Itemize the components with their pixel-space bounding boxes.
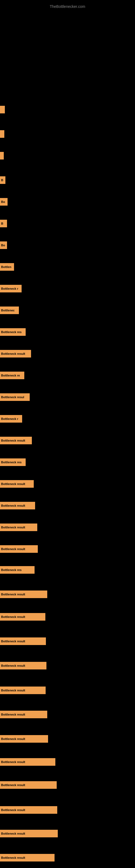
bar-label: Bottleneck result: [1, 482, 25, 486]
bar-label: Bottleneck result: [1, 547, 25, 551]
bar-item: Bottleneck result: [0, 758, 55, 766]
bar-item: Bottleneck result: [0, 638, 46, 645]
bar-item: Bottleneck result: [0, 437, 32, 444]
site-title: TheBottlenecker.com: [0, 2, 135, 11]
bar-label: Bottleneck result: [1, 689, 25, 692]
bar-label: Bottleneck res: [1, 330, 21, 334]
bar-label: Bottleneck result: [1, 352, 25, 355]
bar-label: Bottleneck result: [1, 504, 25, 507]
bar-label: Bottleneck result: [1, 526, 25, 529]
bar-item: Bottlen: [0, 263, 14, 271]
bar-label: B: [1, 222, 3, 225]
bar-item: Bottleneck res: [0, 566, 35, 574]
bar-item: Bottleneck result: [0, 781, 57, 789]
bar-item: Bottleneck result: [0, 480, 34, 488]
bar-label: Bottleneck res: [1, 568, 21, 571]
bar-item: Bottleneck result: [0, 806, 57, 814]
bar-item: B: [0, 220, 7, 227]
bar-item: Bo: [0, 241, 7, 249]
bar-item: Bottleneck result: [0, 662, 46, 670]
bar-item: Bottleneck result: [0, 545, 38, 553]
bar-label: Bottleneck result: [1, 615, 25, 618]
bar-item: [0, 152, 4, 159]
bar-label: Bottleneck r: [1, 287, 18, 290]
bar-item: Bottlenec: [0, 307, 19, 314]
bar-item: Bottleneck res: [0, 328, 26, 336]
bar-item: Bo: [0, 198, 8, 206]
bar-item: Bottleneck resul: [0, 393, 30, 401]
bar-label: Bo: [1, 200, 5, 204]
bar-item: Bottleneck r: [0, 415, 22, 423]
bar-label: Bottleneck result: [1, 737, 25, 741]
bar-item: Bottleneck res: [0, 458, 26, 466]
bar-item: Bottleneck result: [0, 830, 58, 837]
bar-item: Bottleneck result: [0, 854, 54, 862]
bar-item: Bottleneck r: [0, 285, 21, 292]
bar-item: Bottleneck result: [0, 711, 47, 718]
bar-label: Bottlenec: [1, 309, 14, 312]
bar-label: Bottleneck result: [1, 808, 25, 812]
bar-item: [0, 106, 5, 113]
bar-label: Bottlen: [1, 265, 11, 269]
bar-item: Bottleneck result: [0, 350, 31, 358]
bar-item: Bottleneck result: [0, 524, 37, 531]
bar-label: Bottleneck result: [1, 760, 25, 764]
bar-item: B: [0, 176, 5, 184]
bar-label: Bottleneck res: [1, 461, 21, 464]
bar-label: Bottleneck result: [1, 439, 25, 442]
bar-label: Bottleneck resul: [1, 396, 24, 399]
bar-item: [0, 130, 4, 138]
bar-item: Bottleneck result: [0, 735, 48, 743]
bar-label: Bottleneck result: [1, 593, 25, 596]
bar-label: Bo: [1, 244, 5, 247]
bar-label: Bottleneck result: [1, 640, 25, 643]
bar-item: Bottleneck result: [0, 590, 47, 598]
bar-label: Bottleneck result: [1, 713, 25, 716]
bar-label: Bottleneck result: [1, 832, 25, 835]
bar-label: B: [1, 179, 3, 182]
bar-item: Bottleneck result: [0, 502, 35, 509]
bar-item: Bottleneck re: [0, 372, 24, 379]
bar-label: Bottleneck r: [1, 417, 18, 421]
bar-label: Bottleneck result: [1, 783, 25, 786]
bar-label: Bottleneck result: [1, 856, 25, 859]
bar-label: Bottleneck result: [1, 664, 25, 667]
bar-item: Bottleneck result: [0, 613, 45, 621]
bar-label: Bottleneck re: [1, 374, 20, 377]
bar-item: Bottleneck result: [0, 686, 46, 694]
